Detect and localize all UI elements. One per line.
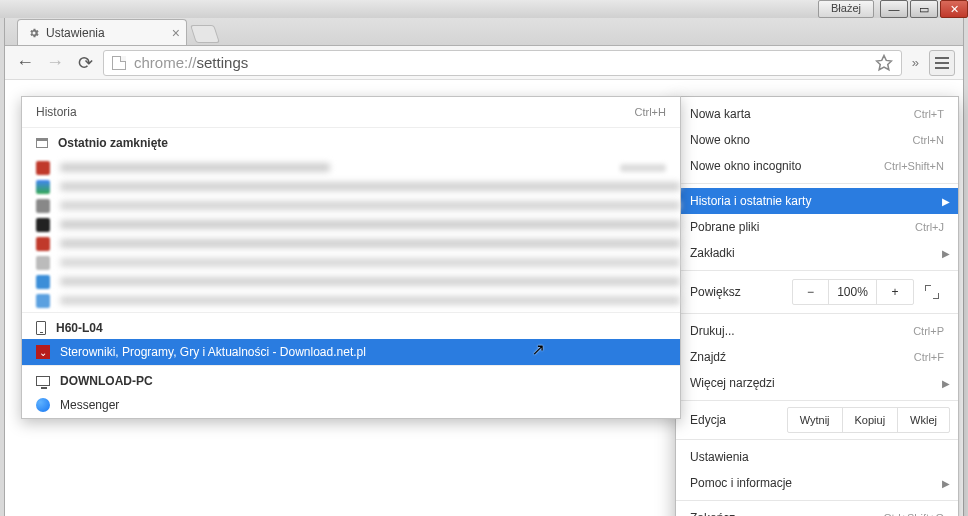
- menu-zoom-row: Powiększ − 100% +: [676, 275, 958, 309]
- back-button[interactable]: ←: [13, 51, 37, 75]
- chrome-main-menu: Nowa karta Ctrl+T Nowe okno Ctrl+N Nowe …: [675, 96, 959, 516]
- device-tab-title: Messenger: [60, 398, 119, 412]
- zoom-out-button[interactable]: −: [793, 280, 829, 304]
- tab-settings[interactable]: Ustawienia ×: [17, 19, 187, 45]
- menu-downloads[interactable]: Pobrane pliki Ctrl+J: [676, 214, 958, 240]
- device-name: DOWNLOAD-PC: [60, 374, 153, 388]
- history-item[interactable]: [22, 253, 680, 272]
- new-tab-button[interactable]: [190, 25, 220, 43]
- menu-label: Historia i ostatnie karty: [690, 194, 811, 208]
- menu-separator: [676, 439, 958, 440]
- chrome-window: Ustawienia × ← → ⟳ chrome://settings » C…: [4, 18, 964, 516]
- history-head-shortcut: Ctrl+H: [635, 106, 666, 118]
- menu-exit[interactable]: Zakończ Ctrl+Shift+Q: [676, 505, 958, 516]
- history-item[interactable]: [22, 215, 680, 234]
- tab-close-icon[interactable]: ×: [172, 25, 180, 41]
- menu-new-window[interactable]: Nowe okno Ctrl+N: [676, 127, 958, 153]
- history-item[interactable]: [22, 234, 680, 253]
- window-maximize-button[interactable]: ▭: [910, 0, 938, 18]
- history-item[interactable]: [22, 196, 680, 215]
- menu-label: Pobrane pliki: [690, 220, 759, 234]
- menu-separator: [676, 400, 958, 401]
- menu-shortcut: Ctrl+T: [914, 108, 944, 120]
- menu-label: Zakończ: [690, 511, 735, 516]
- menu-label: Nowa karta: [690, 107, 751, 121]
- device-section-phone: H60-L04: [22, 312, 680, 339]
- zoom-in-button[interactable]: +: [877, 280, 913, 304]
- tab-title: Ustawienia: [46, 26, 105, 40]
- menu-separator: [676, 500, 958, 501]
- device-tab-title: Sterowniki, Programy, Gry i Aktualności …: [60, 345, 366, 359]
- menu-shortcut: Ctrl+J: [915, 221, 944, 233]
- monitor-icon: [36, 376, 50, 386]
- fullscreen-button[interactable]: [914, 285, 950, 299]
- menu-new-tab[interactable]: Nowa karta Ctrl+T: [676, 101, 958, 127]
- menu-label: Nowe okno: [690, 133, 750, 147]
- zoom-label: Powiększ: [690, 285, 792, 299]
- zoom-value: 100%: [829, 280, 877, 304]
- gear-icon: [28, 27, 40, 39]
- device-tab-item-selected[interactable]: ⌄ Sterowniki, Programy, Gry i Aktualnośc…: [22, 339, 680, 365]
- menu-new-incognito[interactable]: Nowe okno incognito Ctrl+Shift+N: [676, 153, 958, 179]
- history-item[interactable]: [22, 291, 680, 310]
- cut-button[interactable]: Wytnij: [788, 408, 843, 432]
- device-section-desktop: DOWNLOAD-PC: [22, 365, 680, 392]
- menu-help[interactable]: Pomoc i informacje ▶: [676, 470, 958, 496]
- menu-settings[interactable]: Ustawienia: [676, 444, 958, 470]
- history-item[interactable]: [22, 272, 680, 291]
- recently-closed-label: Ostatnio zamknięte: [58, 136, 168, 150]
- history-item[interactable]: [22, 158, 680, 177]
- menu-label: Zakładki: [690, 246, 735, 260]
- bookmark-star-icon[interactable]: [875, 54, 893, 72]
- history-submenu-panel: Historia Ctrl+H Ostatnio zamknięte H60-L…: [21, 96, 681, 419]
- extensions-overflow-icon[interactable]: »: [908, 55, 923, 70]
- edit-label: Edycja: [690, 407, 787, 433]
- forward-button[interactable]: →: [43, 51, 67, 75]
- window-icon: [36, 138, 48, 148]
- window-close-button[interactable]: ✕: [940, 0, 968, 18]
- phone-icon: [36, 321, 46, 335]
- menu-label: Znajdź: [690, 350, 726, 364]
- site-favicon: ⌄: [36, 345, 50, 359]
- history-head-label: Historia: [36, 105, 77, 119]
- menu-shortcut: Ctrl+F: [914, 351, 944, 363]
- menu-print[interactable]: Drukuj... Ctrl+P: [676, 318, 958, 344]
- menu-label: Nowe okno incognito: [690, 159, 801, 173]
- reload-button[interactable]: ⟳: [73, 51, 97, 75]
- history-item[interactable]: [22, 177, 680, 196]
- svg-marker-0: [876, 55, 891, 69]
- menu-separator: [676, 183, 958, 184]
- messenger-favicon: [36, 398, 50, 412]
- menu-bookmarks[interactable]: Zakładki ▶: [676, 240, 958, 266]
- recently-closed-list: [22, 156, 680, 312]
- menu-history[interactable]: Historia i ostatnie karty ▶: [676, 188, 958, 214]
- menu-find[interactable]: Znajdź Ctrl+F: [676, 344, 958, 370]
- fullscreen-icon: [925, 285, 939, 299]
- url-text: chrome://settings: [134, 54, 248, 71]
- paste-button[interactable]: Wklej: [898, 408, 949, 432]
- device-tab-item[interactable]: Messenger: [22, 392, 680, 418]
- menu-more-tools[interactable]: Więcej narzędzi ▶: [676, 370, 958, 396]
- menu-label: Pomoc i informacje: [690, 476, 792, 490]
- window-titlebar: Błażej — ▭ ✕: [0, 0, 968, 18]
- menu-separator: [676, 270, 958, 271]
- menu-shortcut: Ctrl+Shift+Q: [883, 512, 944, 516]
- tab-strip: Ustawienia ×: [5, 18, 963, 46]
- submenu-arrow-icon: ▶: [942, 248, 950, 259]
- history-menu-item[interactable]: Historia Ctrl+H: [22, 97, 680, 128]
- chrome-menu-button[interactable]: [929, 50, 955, 76]
- page-icon: [112, 56, 126, 70]
- device-name: H60-L04: [56, 321, 103, 335]
- menu-separator: [676, 313, 958, 314]
- toolbar: ← → ⟳ chrome://settings »: [5, 46, 963, 80]
- user-badge[interactable]: Błażej: [818, 0, 874, 18]
- menu-shortcut: Ctrl+Shift+N: [884, 160, 944, 172]
- menu-label: Więcej narzędzi: [690, 376, 775, 390]
- recently-closed-header: Ostatnio zamknięte: [22, 128, 680, 156]
- copy-button[interactable]: Kopiuj: [843, 408, 899, 432]
- menu-edit-row: Edycja Wytnij Kopiuj Wklej: [676, 405, 958, 435]
- menu-label: Ustawienia: [690, 450, 749, 464]
- window-minimize-button[interactable]: —: [880, 0, 908, 18]
- address-bar[interactable]: chrome://settings: [103, 50, 902, 76]
- menu-shortcut: Ctrl+N: [913, 134, 944, 146]
